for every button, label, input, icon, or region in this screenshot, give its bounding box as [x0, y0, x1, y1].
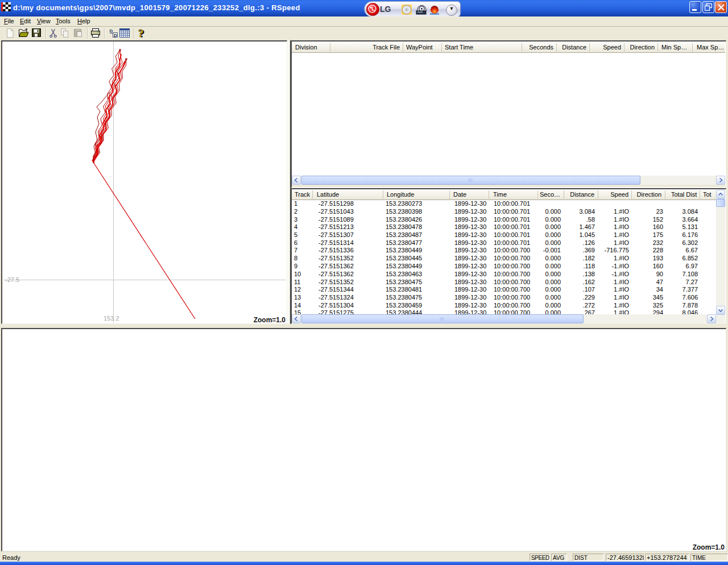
svg-text:?: ?	[138, 27, 144, 39]
svg-text:Zoom=1.0: Zoom=1.0	[254, 316, 286, 323]
svg-text:D: D	[110, 28, 113, 34]
svg-text:-27.5: -27.5	[5, 276, 19, 283]
svg-text:153.2: 153.2	[104, 315, 119, 322]
svg-text:D: D	[114, 33, 117, 38]
